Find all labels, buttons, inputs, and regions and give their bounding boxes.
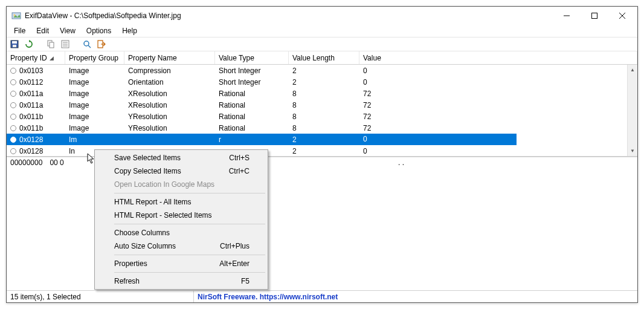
hex-bytes: 00 0 [50, 158, 63, 289]
svg-rect-3 [592, 13, 597, 19]
context-separator [114, 272, 265, 273]
row-bullet-icon [10, 114, 16, 120]
context-item[interactable]: Save Selected ItemsCtrl+S [96, 151, 266, 164]
close-button[interactable] [608, 7, 636, 25]
table-row[interactable]: 0x0112ImageOrientationShort Integer20 [7, 76, 637, 88]
context-item[interactable]: Auto Size ColumnsCtrl+Plus [96, 239, 266, 253]
row-bullet-icon [10, 91, 16, 97]
table-row[interactable]: 0x0128Imr20 [7, 134, 637, 145]
context-item[interactable]: Copy Selected ItemsCtrl+C [96, 164, 266, 178]
table-row[interactable]: 0x011bImageYResolutionRational872 [7, 122, 637, 134]
list-body: 0x0103ImageCompressionShort Integer200x0… [7, 65, 637, 157]
table-row[interactable]: 0x011aImageXResolutionRational872 [7, 88, 637, 99]
table-row[interactable]: 0x011aImageXResolutionRational872 [7, 99, 637, 111]
status-count: 15 item(s), 1 Selected [7, 291, 194, 302]
save-icon[interactable] [9, 39, 20, 50]
row-bullet-icon [10, 148, 16, 154]
properties-icon[interactable] [60, 39, 71, 50]
context-item[interactable]: HTML Report - All Items [96, 195, 266, 209]
list-header: Property ID◢ Property Group Property Nam… [7, 51, 637, 65]
svg-point-15 [84, 41, 89, 46]
sort-asc-icon: ◢ [50, 55, 54, 61]
exit-icon[interactable] [96, 39, 107, 50]
hex-ascii: . . [398, 158, 404, 289]
table-row[interactable]: 0x0103ImageCompressionShort Integer20 [7, 65, 637, 76]
context-menu: Save Selected ItemsCtrl+SCopy Selected I… [94, 149, 268, 290]
find-icon[interactable] [82, 39, 92, 50]
context-item[interactable]: Choose Columns [96, 226, 266, 239]
context-item[interactable]: PropertiesAlt+Enter [96, 257, 266, 270]
status-link[interactable]: https://www.nirsoft.net [260, 293, 338, 301]
row-bullet-icon [10, 125, 16, 131]
table-row[interactable]: 0x011bImageYResolutionRational872 [7, 111, 637, 122]
svg-rect-8 [13, 45, 16, 47]
minimize-button[interactable] [553, 7, 581, 25]
status-link-cell: NirSoft Freeware. https://www.nirsoft.ne… [194, 291, 637, 302]
titlebar: ExifDataView - C:\Softpedia\Softpedia Wi… [7, 7, 637, 25]
context-separator [114, 255, 265, 255]
context-separator [114, 224, 265, 224]
scroll-up-icon[interactable]: ▲ [628, 65, 637, 75]
col-property-group[interactable]: Property Group [65, 51, 124, 64]
svg-rect-7 [12, 41, 17, 44]
row-bullet-icon [10, 102, 16, 108]
menu-help[interactable]: Help [117, 26, 142, 36]
col-property-id[interactable]: Property ID◢ [7, 51, 65, 64]
menu-edit[interactable]: Edit [31, 26, 54, 36]
menubar: File Edit View Options Help [7, 25, 637, 37]
context-item[interactable]: RefreshF5 [96, 275, 266, 288]
col-property-name[interactable]: Property Name [124, 51, 215, 64]
statusbar: 15 item(s), 1 Selected NirSoft Freeware.… [7, 290, 637, 302]
row-bullet-icon [10, 79, 16, 85]
svg-line-16 [88, 45, 91, 48]
status-prefix: NirSoft Freeware. [198, 293, 260, 301]
context-separator [114, 193, 265, 194]
app-icon [11, 11, 21, 21]
context-item: Open Location In Google Maps [96, 178, 266, 191]
scroll-down-icon[interactable]: ▼ [628, 146, 637, 156]
refresh-icon[interactable] [24, 39, 34, 50]
copy-icon[interactable] [45, 39, 56, 50]
row-bullet-icon [10, 68, 16, 74]
col-value[interactable]: Value [359, 51, 637, 64]
window-title: ExifDataView - C:\Softpedia\Softpedia Wi… [25, 11, 553, 20]
col-value-type[interactable]: Value Type [215, 51, 289, 64]
context-item[interactable]: HTML Report - Selected Items [96, 209, 266, 222]
vertical-scrollbar[interactable]: ▲ ▼ [627, 65, 637, 156]
menu-options[interactable]: Options [82, 26, 116, 36]
app-window: ExifDataView - C:\Softpedia\Softpedia Wi… [6, 6, 638, 303]
maximize-button[interactable] [581, 7, 608, 25]
toolbar [7, 37, 637, 51]
row-bullet-icon [10, 137, 16, 143]
svg-rect-10 [50, 42, 54, 48]
menu-view[interactable]: View [55, 26, 80, 36]
col-value-length[interactable]: Value Length [289, 51, 359, 64]
menu-file[interactable]: File [9, 26, 30, 36]
hex-offset: 00000000 [10, 158, 42, 289]
